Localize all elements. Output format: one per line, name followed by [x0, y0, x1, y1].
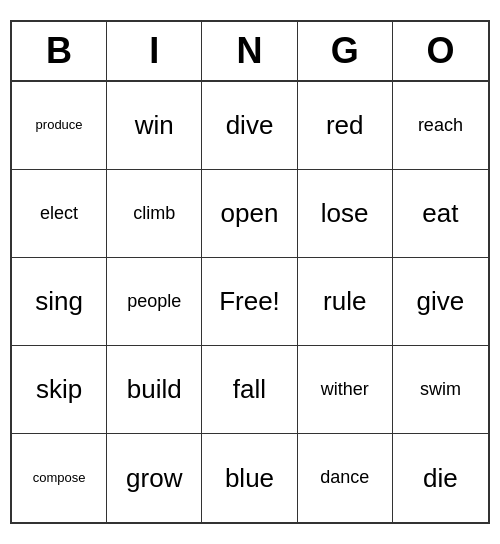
bingo-grid: producewindiveredreachelectclimbopenlose…: [12, 82, 488, 522]
cell-r3-c0[interactable]: skip: [12, 346, 107, 434]
cell-text-r3-c4: swim: [420, 380, 461, 400]
header-letter-n: N: [202, 22, 297, 80]
cell-r0-c4[interactable]: reach: [393, 82, 488, 170]
cell-text-r0-c0: produce: [36, 118, 83, 132]
cell-text-r1-c1: climb: [133, 204, 175, 224]
cell-r4-c2[interactable]: blue: [202, 434, 297, 522]
cell-text-r0-c4: reach: [418, 116, 463, 136]
header-letter-g: G: [298, 22, 393, 80]
cell-r0-c1[interactable]: win: [107, 82, 202, 170]
header-letter-i: I: [107, 22, 202, 80]
cell-text-r2-c4: give: [417, 287, 465, 316]
cell-text-r1-c4: eat: [422, 199, 458, 228]
cell-text-r0-c1: win: [135, 111, 174, 140]
cell-text-r2-c3: rule: [323, 287, 366, 316]
cell-text-r3-c1: build: [127, 375, 182, 404]
cell-r2-c0[interactable]: sing: [12, 258, 107, 346]
cell-text-r4-c4: die: [423, 464, 458, 493]
cell-r4-c3[interactable]: dance: [298, 434, 393, 522]
cell-text-r4-c3: dance: [320, 468, 369, 488]
cell-text-r3-c0: skip: [36, 375, 82, 404]
header-letter-o: O: [393, 22, 488, 80]
cell-r4-c1[interactable]: grow: [107, 434, 202, 522]
cell-text-r2-c2: Free!: [219, 287, 280, 316]
cell-r0-c2[interactable]: dive: [202, 82, 297, 170]
cell-r3-c1[interactable]: build: [107, 346, 202, 434]
cell-r4-c0[interactable]: compose: [12, 434, 107, 522]
cell-r2-c3[interactable]: rule: [298, 258, 393, 346]
cell-text-r1-c3: lose: [321, 199, 369, 228]
bingo-header: BINGO: [12, 22, 488, 82]
cell-r3-c3[interactable]: wither: [298, 346, 393, 434]
cell-text-r2-c0: sing: [35, 287, 83, 316]
cell-r2-c2[interactable]: Free!: [202, 258, 297, 346]
cell-text-r0-c2: dive: [226, 111, 274, 140]
cell-text-r1-c2: open: [221, 199, 279, 228]
cell-text-r4-c1: grow: [126, 464, 182, 493]
cell-r2-c4[interactable]: give: [393, 258, 488, 346]
cell-r3-c4[interactable]: swim: [393, 346, 488, 434]
cell-r2-c1[interactable]: people: [107, 258, 202, 346]
cell-text-r1-c0: elect: [40, 204, 78, 224]
header-letter-b: B: [12, 22, 107, 80]
cell-text-r4-c0: compose: [33, 471, 86, 485]
cell-r1-c3[interactable]: lose: [298, 170, 393, 258]
cell-r1-c1[interactable]: climb: [107, 170, 202, 258]
cell-text-r4-c2: blue: [225, 464, 274, 493]
cell-r4-c4[interactable]: die: [393, 434, 488, 522]
cell-text-r2-c1: people: [127, 292, 181, 312]
cell-r1-c0[interactable]: elect: [12, 170, 107, 258]
cell-text-r0-c3: red: [326, 111, 364, 140]
cell-r1-c2[interactable]: open: [202, 170, 297, 258]
cell-r0-c0[interactable]: produce: [12, 82, 107, 170]
cell-text-r3-c3: wither: [321, 380, 369, 400]
bingo-card: BINGO producewindiveredreachelectclimbop…: [10, 20, 490, 524]
cell-r0-c3[interactable]: red: [298, 82, 393, 170]
cell-text-r3-c2: fall: [233, 375, 266, 404]
cell-r1-c4[interactable]: eat: [393, 170, 488, 258]
cell-r3-c2[interactable]: fall: [202, 346, 297, 434]
